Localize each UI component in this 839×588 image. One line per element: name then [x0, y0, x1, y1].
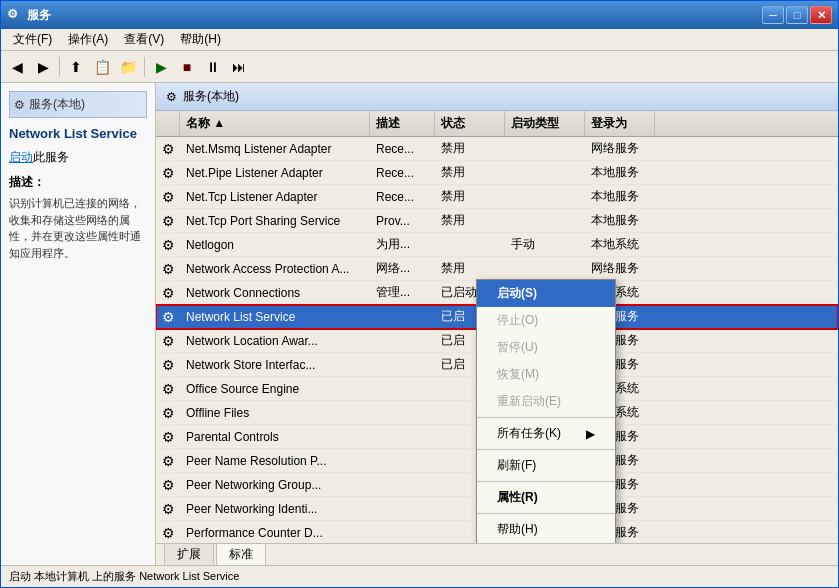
stop-button[interactable]: ■ [175, 55, 199, 79]
window-title: 服务 [27, 7, 762, 24]
row-icon: ⚙ [156, 425, 180, 448]
row-desc [370, 497, 435, 520]
row-icon: ⚙ [156, 377, 180, 400]
col-status[interactable]: 状态 [435, 111, 505, 136]
start-service-link[interactable]: 启动 [9, 150, 33, 164]
row-icon: ⚙ [156, 497, 180, 520]
table-row[interactable]: ⚙ Network Access Protection A... 网络... 禁… [156, 257, 838, 281]
row-startup [505, 209, 585, 232]
bottom-tabs: 扩展 标准 [156, 543, 838, 565]
forward-button[interactable]: ▶ [31, 55, 55, 79]
context-menu-properties[interactable]: 属性(R) [477, 484, 615, 511]
tab-standard[interactable]: 标准 [216, 543, 266, 565]
row-name: Peer Name Resolution P... [180, 449, 370, 472]
row-desc: 为用... [370, 233, 435, 256]
show-hide-button[interactable]: 📋 [90, 55, 114, 79]
action-suffix: 此服务 [33, 150, 69, 164]
context-menu-sep-1 [477, 417, 615, 418]
row-icon: ⚙ [156, 161, 180, 184]
col-startup[interactable]: 启动类型 [505, 111, 585, 136]
row-desc: Rece... [370, 137, 435, 160]
row-name: Peer Networking Identi... [180, 497, 370, 520]
up-button[interactable]: ⬆ [64, 55, 88, 79]
context-menu-restart[interactable]: 重新启动(E) [477, 388, 615, 415]
menu-file[interactable]: 文件(F) [5, 29, 60, 50]
row-name: Net.Tcp Port Sharing Service [180, 209, 370, 232]
toolbar-sep-2 [144, 57, 145, 77]
window-icon: ⚙ [7, 7, 23, 23]
maximize-button[interactable]: □ [786, 6, 808, 24]
tab-extended[interactable]: 扩展 [164, 543, 214, 565]
row-status: 禁用 [435, 209, 505, 232]
row-startup [505, 257, 585, 280]
main-window: ⚙ 服务 ─ □ ✕ 文件(F) 操作(A) 查看(V) 帮助(H) ◀ ▶ ⬆… [0, 0, 839, 588]
row-desc [370, 449, 435, 472]
row-desc: Rece... [370, 185, 435, 208]
row-name: Office Source Engine [180, 377, 370, 400]
right-panel-header: ⚙ 服务(本地) [156, 83, 838, 111]
col-logon[interactable]: 登录为 [585, 111, 655, 136]
restart-button[interactable]: ⏭ [227, 55, 251, 79]
row-startup [505, 137, 585, 160]
row-status: 禁用 [435, 137, 505, 160]
toolbar: ◀ ▶ ⬆ 📋 📁 ▶ ■ ⏸ ⏭ [1, 51, 838, 83]
selected-service-name: Network List Service [9, 126, 147, 141]
row-name: Network List Service [180, 305, 370, 328]
context-menu-help[interactable]: 帮助(H) [477, 516, 615, 543]
row-icon: ⚙ [156, 185, 180, 208]
row-icon: ⚙ [156, 281, 180, 304]
menu-view[interactable]: 查看(V) [116, 29, 172, 50]
row-icon: ⚙ [156, 401, 180, 424]
menu-help[interactable]: 帮助(H) [172, 29, 229, 50]
close-button[interactable]: ✕ [810, 6, 832, 24]
row-desc [370, 401, 435, 424]
table-row[interactable]: ⚙ Netlogon 为用... 手动 本地系统 [156, 233, 838, 257]
row-name: Parental Controls [180, 425, 370, 448]
row-name: Network Connections [180, 281, 370, 304]
row-desc: 管理... [370, 281, 435, 304]
row-icon: ⚙ [156, 353, 180, 376]
row-icon: ⚙ [156, 137, 180, 160]
menu-action[interactable]: 操作(A) [60, 29, 116, 50]
minimize-button[interactable]: ─ [762, 6, 784, 24]
row-logon: 本地服务 [585, 209, 655, 232]
right-panel: ⚙ 服务(本地) 名称 ▲ 描述 状态 启动类型 登录为 [156, 83, 838, 565]
col-name[interactable]: 名称 ▲ [180, 111, 370, 136]
row-status [435, 233, 505, 256]
row-status: 禁用 [435, 185, 505, 208]
table-row[interactable]: ⚙ Net.Msmq Listener Adapter Rece... 禁用 网… [156, 137, 838, 161]
row-desc: 网络... [370, 257, 435, 280]
context-menu-sep-3 [477, 481, 615, 482]
row-startup: 手动 [505, 233, 585, 256]
action-section: 启动此服务 [9, 149, 147, 166]
status-text: 启动 本地计算机 上的服务 Network List Service [9, 569, 239, 584]
context-menu-refresh[interactable]: 刷新(F) [477, 452, 615, 479]
context-menu-stop[interactable]: 停止(O) [477, 307, 615, 334]
context-menu-start[interactable]: 启动(S) [477, 280, 615, 307]
col-desc[interactable]: 描述 [370, 111, 435, 136]
folder-button[interactable]: 📁 [116, 55, 140, 79]
row-name: Offline Files [180, 401, 370, 424]
row-name: Net.Pipe Listener Adapter [180, 161, 370, 184]
row-name: Net.Msmq Listener Adapter [180, 137, 370, 160]
row-startup [505, 185, 585, 208]
row-desc [370, 305, 435, 328]
context-menu-all-tasks[interactable]: 所有任务(K) ▶ [477, 420, 615, 447]
context-menu-resume[interactable]: 恢复(M) [477, 361, 615, 388]
services-table[interactable]: 名称 ▲ 描述 状态 启动类型 登录为 ⚙ Net.Msmq Listener … [156, 111, 838, 543]
play-button[interactable]: ▶ [149, 55, 173, 79]
table-row[interactable]: ⚙ Net.Tcp Listener Adapter Rece... 禁用 本地… [156, 185, 838, 209]
gear-icon: ⚙ [14, 98, 25, 112]
context-menu-pause[interactable]: 暂停(U) [477, 334, 615, 361]
table-row[interactable]: ⚙ Net.Tcp Port Sharing Service Prov... 禁… [156, 209, 838, 233]
back-button[interactable]: ◀ [5, 55, 29, 79]
pause-button[interactable]: ⏸ [201, 55, 225, 79]
submenu-arrow-icon: ▶ [586, 427, 595, 441]
left-panel-header: ⚙ 服务(本地) [9, 91, 147, 118]
table-row[interactable]: ⚙ Net.Pipe Listener Adapter Rece... 禁用 本… [156, 161, 838, 185]
row-startup [505, 161, 585, 184]
row-icon: ⚙ [156, 209, 180, 232]
row-desc: Rece... [370, 161, 435, 184]
row-logon: 网络服务 [585, 257, 655, 280]
row-name: Performance Counter D... [180, 521, 370, 543]
